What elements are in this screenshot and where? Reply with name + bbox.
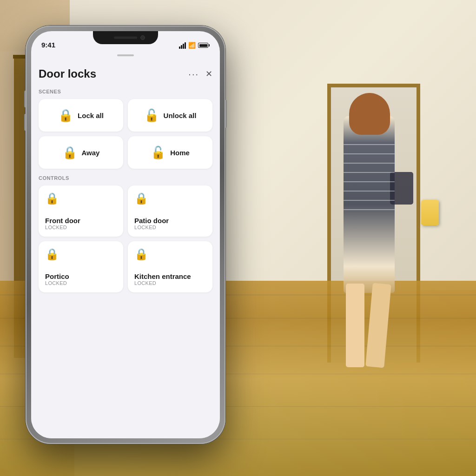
patio-door-status: LOCKED — [134, 225, 169, 230]
patio-door-card[interactable]: 🔒 Patio door LOCKED — [128, 185, 212, 237]
status-time: 9:41 — [41, 41, 55, 49]
scenes-grid: 🔒 Lock all 🔓 Unlock all 🔒 Away — [39, 99, 212, 169]
home-icon: 🔓 — [151, 145, 165, 160]
sheet-content: Door locks ··· ✕ SCENES 🔒 Lock all — [31, 60, 220, 438]
power-button — [225, 100, 227, 128]
scenes-label: SCENES — [39, 89, 212, 94]
phone: 9:41 📶 — [26, 26, 225, 444]
woman-figure — [330, 116, 409, 386]
sheet-header: Door locks ··· ✕ — [39, 67, 212, 80]
unlock-all-card[interactable]: 🔓 Unlock all — [128, 99, 212, 132]
portico-status: LOCKED — [45, 280, 69, 286]
wifi-icon: 📶 — [188, 42, 196, 49]
front-door-card[interactable]: 🔒 Front door LOCKED — [39, 185, 123, 237]
front-door-label: Front door — [45, 217, 80, 225]
status-icons: 📶 — [179, 42, 210, 49]
notch — [93, 31, 158, 44]
camera-dot — [140, 35, 145, 40]
speaker — [114, 37, 137, 39]
phone-screen: 9:41 📶 — [31, 31, 220, 438]
volume-up-button — [24, 91, 26, 107]
unlock-all-label: Unlock all — [164, 112, 197, 119]
patio-door-label: Patio door — [134, 217, 169, 225]
away-card[interactable]: 🔒 Away — [39, 136, 123, 169]
sheet-title: Door locks — [39, 67, 96, 80]
controls-label: CONTROLS — [39, 175, 212, 181]
battery-icon — [198, 43, 210, 48]
lock-all-icon: 🔒 — [58, 108, 73, 123]
close-button[interactable]: ✕ — [205, 69, 212, 79]
drag-indicator — [117, 54, 134, 56]
portico-info: Portico LOCKED — [45, 271, 69, 286]
portico-icon: 🔒 — [45, 248, 59, 261]
home-label: Home — [170, 149, 190, 157]
lock-all-label: Lock all — [78, 112, 104, 119]
portico-label: Portico — [45, 272, 69, 280]
lock-all-card[interactable]: 🔒 Lock all — [39, 99, 123, 132]
kitchen-entrance-status: LOCKED — [134, 280, 191, 286]
controls-grid: 🔒 Front door LOCKED 🔒 Patio door LOCKED — [39, 185, 212, 292]
wall-panel — [421, 200, 439, 225]
sheet-actions: ··· ✕ — [188, 69, 212, 79]
controls-section: CONTROLS 🔒 Front door LOCKED 🔒 — [39, 175, 212, 292]
kitchen-entrance-info: Kitchen entrance LOCKED — [134, 271, 191, 286]
home-card[interactable]: 🔓 Home — [128, 136, 212, 169]
kitchen-entrance-label: Kitchen entrance — [134, 272, 191, 280]
away-label: Away — [82, 149, 100, 157]
portico-card[interactable]: 🔒 Portico LOCKED — [39, 241, 123, 292]
kitchen-entrance-icon: 🔒 — [134, 248, 148, 261]
patio-door-icon: 🔒 — [134, 192, 148, 205]
front-door-icon: 🔒 — [45, 192, 59, 205]
unlock-all-icon: 🔓 — [144, 108, 159, 123]
front-door-info: Front door LOCKED — [45, 215, 80, 230]
away-icon: 🔒 — [62, 145, 77, 160]
signal-icon — [179, 42, 186, 49]
patio-door-info: Patio door LOCKED — [134, 215, 169, 230]
volume-down-button — [24, 114, 26, 131]
kitchen-entrance-card[interactable]: 🔒 Kitchen entrance LOCKED — [128, 241, 212, 292]
front-door-status: LOCKED — [45, 225, 80, 230]
more-button[interactable]: ··· — [188, 69, 199, 79]
scenes-section: SCENES 🔒 Lock all 🔓 Unlock all 🔒 — [39, 89, 212, 169]
